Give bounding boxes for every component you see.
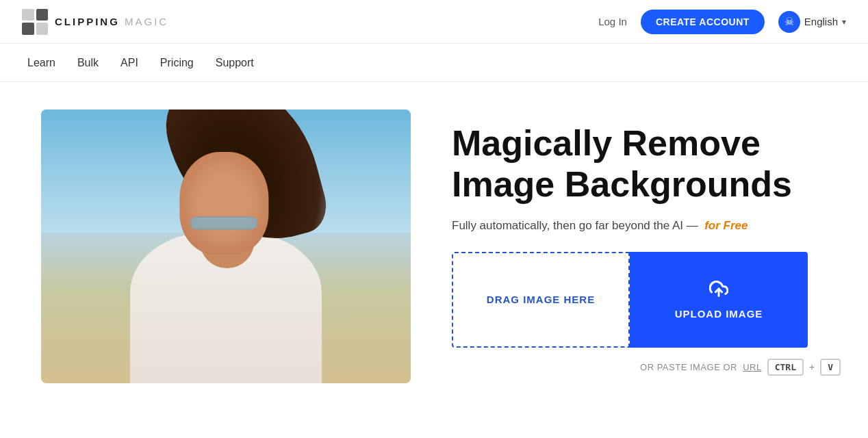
chevron-down-icon: ▾ (842, 17, 846, 27)
logo-text: CLIPPING MAGIC (55, 16, 168, 27)
hero-image (41, 110, 411, 383)
globe-icon: ☠ (778, 11, 800, 33)
plus-sign: + (809, 361, 815, 372)
nav-item-support[interactable]: Support (216, 57, 254, 69)
logo[interactable]: CLIPPING MAGIC (22, 9, 168, 35)
nav-item-api[interactable]: API (120, 57, 138, 69)
right-content: Magically Remove Image Backgrounds Fully… (452, 110, 841, 376)
nav-item-learn[interactable]: Learn (27, 57, 55, 69)
upload-button-label: UPLOAD IMAGE (675, 308, 763, 320)
hero-headline: Magically Remove Image Backgrounds (452, 123, 841, 205)
v-key: V (820, 359, 841, 376)
for-free-text: for Free (704, 219, 748, 232)
login-link[interactable]: Log In (598, 16, 627, 27)
main-content: Magically Remove Image Backgrounds Fully… (0, 82, 868, 411)
nav-item-bulk[interactable]: Bulk (77, 57, 99, 69)
header: CLIPPING MAGIC Log In CREATE ACCOUNT ☠ E… (0, 0, 868, 44)
drag-drop-zone[interactable]: DRAG IMAGE HERE (452, 252, 630, 348)
drag-zone-label: DRAG IMAGE HERE (487, 294, 595, 305)
header-right: Log In CREATE ACCOUNT ☠ English ▾ (598, 10, 846, 34)
upload-image-button[interactable]: UPLOAD IMAGE (630, 252, 808, 348)
paste-prefix-text: OR PASTE IMAGE OR URL (640, 362, 762, 372)
nav-item-pricing[interactable]: Pricing (160, 57, 194, 69)
hero-subheadline: Fully automatically, then go far beyond … (452, 219, 841, 233)
logo-icon (22, 9, 48, 35)
paste-area: OR PASTE IMAGE OR URL CTRL + V (452, 359, 841, 376)
ctrl-key: CTRL (767, 359, 804, 376)
url-link[interactable]: URL (743, 362, 762, 372)
language-selector[interactable]: ☠ English ▾ (778, 11, 846, 33)
upload-icon (709, 279, 728, 302)
upload-area: DRAG IMAGE HERE UPLOAD IMAGE (452, 252, 841, 348)
nav: Learn Bulk API Pricing Support (0, 44, 868, 82)
create-account-button[interactable]: CREATE ACCOUNT (641, 10, 765, 34)
language-label: English (804, 16, 838, 27)
